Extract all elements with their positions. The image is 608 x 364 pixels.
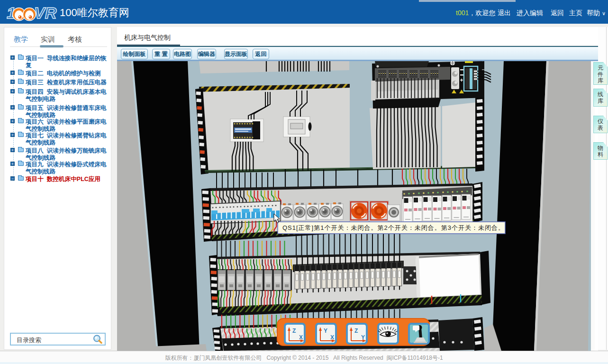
svg-text:X: X — [299, 334, 303, 341]
svg-text:Z: Z — [354, 328, 358, 334]
svg-text:X: X — [330, 334, 334, 341]
svg-text:Y: Y — [324, 328, 327, 334]
svg-text:QS1[正常]第1个开关：未闭合。第2个开关：未闭合。第3个: QS1[正常]第1个开关：未闭合。第2个开关：未闭合。第3个开关：未闭合。 — [282, 224, 505, 231]
svg-text:VR: VR — [34, 4, 57, 22]
svg-text:Y: Y — [361, 334, 365, 341]
svg-text:Z: Z — [292, 328, 296, 334]
